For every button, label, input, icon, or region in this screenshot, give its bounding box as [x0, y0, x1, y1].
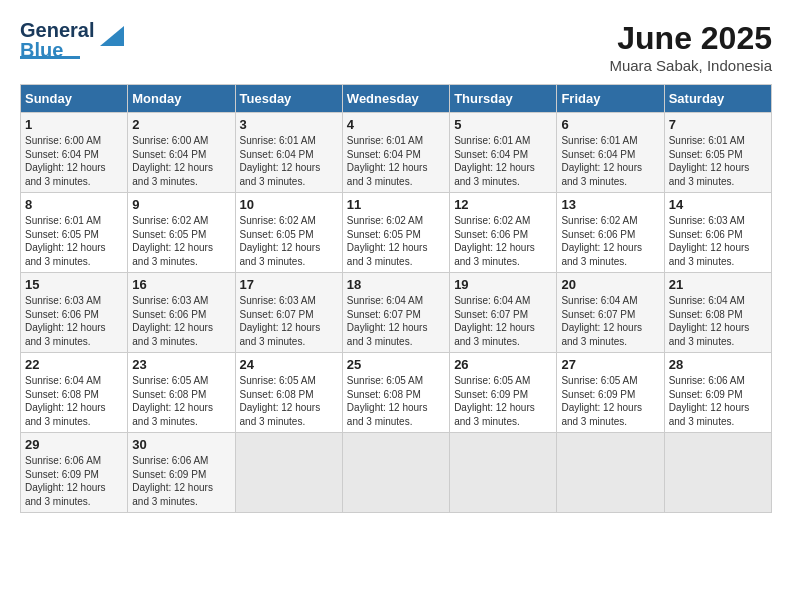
- day-number: 24: [240, 357, 338, 372]
- day-info: Sunrise: 6:01 AM Sunset: 6:04 PM Dayligh…: [240, 134, 338, 188]
- calendar-week-3: 15 Sunrise: 6:03 AM Sunset: 6:06 PM Dayl…: [21, 273, 772, 353]
- day-number: 17: [240, 277, 338, 292]
- day-info: Sunrise: 6:01 AM Sunset: 6:05 PM Dayligh…: [669, 134, 767, 188]
- day-number: 8: [25, 197, 123, 212]
- day-number: 19: [454, 277, 552, 292]
- calendar-cell: 8 Sunrise: 6:01 AM Sunset: 6:05 PM Dayli…: [21, 193, 128, 273]
- col-header-friday: Friday: [557, 85, 664, 113]
- day-number: 25: [347, 357, 445, 372]
- header: General Blue June 2025 Muara Sabak, Indo…: [20, 20, 772, 74]
- logo: General Blue: [20, 20, 124, 59]
- calendar-cell: 3 Sunrise: 6:01 AM Sunset: 6:04 PM Dayli…: [235, 113, 342, 193]
- page-subtitle: Muara Sabak, Indonesia: [609, 57, 772, 74]
- svg-marker-0: [100, 26, 124, 46]
- calendar-cell: 28 Sunrise: 6:06 AM Sunset: 6:09 PM Dayl…: [664, 353, 771, 433]
- calendar-cell: 5 Sunrise: 6:01 AM Sunset: 6:04 PM Dayli…: [450, 113, 557, 193]
- calendar-table: SundayMondayTuesdayWednesdayThursdayFrid…: [20, 84, 772, 513]
- day-info: Sunrise: 6:03 AM Sunset: 6:06 PM Dayligh…: [132, 294, 230, 348]
- day-info: Sunrise: 6:05 AM Sunset: 6:08 PM Dayligh…: [132, 374, 230, 428]
- calendar-cell: 4 Sunrise: 6:01 AM Sunset: 6:04 PM Dayli…: [342, 113, 449, 193]
- day-info: Sunrise: 6:01 AM Sunset: 6:04 PM Dayligh…: [347, 134, 445, 188]
- calendar-cell: 6 Sunrise: 6:01 AM Sunset: 6:04 PM Dayli…: [557, 113, 664, 193]
- day-info: Sunrise: 6:02 AM Sunset: 6:06 PM Dayligh…: [561, 214, 659, 268]
- calendar-cell: 1 Sunrise: 6:00 AM Sunset: 6:04 PM Dayli…: [21, 113, 128, 193]
- day-number: 13: [561, 197, 659, 212]
- col-header-sunday: Sunday: [21, 85, 128, 113]
- calendar-cell: 25 Sunrise: 6:05 AM Sunset: 6:08 PM Dayl…: [342, 353, 449, 433]
- day-info: Sunrise: 6:04 AM Sunset: 6:07 PM Dayligh…: [561, 294, 659, 348]
- calendar-cell: 24 Sunrise: 6:05 AM Sunset: 6:08 PM Dayl…: [235, 353, 342, 433]
- day-info: Sunrise: 6:05 AM Sunset: 6:08 PM Dayligh…: [347, 374, 445, 428]
- calendar-cell: [557, 433, 664, 513]
- day-info: Sunrise: 6:05 AM Sunset: 6:09 PM Dayligh…: [561, 374, 659, 428]
- calendar-cell: [664, 433, 771, 513]
- day-number: 6: [561, 117, 659, 132]
- logo-icon: [96, 22, 124, 50]
- day-info: Sunrise: 6:02 AM Sunset: 6:05 PM Dayligh…: [132, 214, 230, 268]
- calendar-cell: 13 Sunrise: 6:02 AM Sunset: 6:06 PM Dayl…: [557, 193, 664, 273]
- calendar-cell: 30 Sunrise: 6:06 AM Sunset: 6:09 PM Dayl…: [128, 433, 235, 513]
- calendar-cell: 2 Sunrise: 6:00 AM Sunset: 6:04 PM Dayli…: [128, 113, 235, 193]
- day-number: 23: [132, 357, 230, 372]
- day-info: Sunrise: 6:04 AM Sunset: 6:07 PM Dayligh…: [454, 294, 552, 348]
- calendar-cell: 27 Sunrise: 6:05 AM Sunset: 6:09 PM Dayl…: [557, 353, 664, 433]
- day-info: Sunrise: 6:03 AM Sunset: 6:06 PM Dayligh…: [669, 214, 767, 268]
- calendar-week-5: 29 Sunrise: 6:06 AM Sunset: 6:09 PM Dayl…: [21, 433, 772, 513]
- day-info: Sunrise: 6:03 AM Sunset: 6:07 PM Dayligh…: [240, 294, 338, 348]
- calendar-cell: 21 Sunrise: 6:04 AM Sunset: 6:08 PM Dayl…: [664, 273, 771, 353]
- day-info: Sunrise: 6:05 AM Sunset: 6:08 PM Dayligh…: [240, 374, 338, 428]
- calendar-cell: 19 Sunrise: 6:04 AM Sunset: 6:07 PM Dayl…: [450, 273, 557, 353]
- day-number: 30: [132, 437, 230, 452]
- day-number: 27: [561, 357, 659, 372]
- calendar-cell: 7 Sunrise: 6:01 AM Sunset: 6:05 PM Dayli…: [664, 113, 771, 193]
- day-number: 2: [132, 117, 230, 132]
- col-header-saturday: Saturday: [664, 85, 771, 113]
- day-number: 28: [669, 357, 767, 372]
- day-info: Sunrise: 6:04 AM Sunset: 6:08 PM Dayligh…: [25, 374, 123, 428]
- logo-general: General: [20, 19, 94, 41]
- day-number: 26: [454, 357, 552, 372]
- day-info: Sunrise: 6:04 AM Sunset: 6:07 PM Dayligh…: [347, 294, 445, 348]
- day-info: Sunrise: 6:01 AM Sunset: 6:04 PM Dayligh…: [561, 134, 659, 188]
- calendar-week-1: 1 Sunrise: 6:00 AM Sunset: 6:04 PM Dayli…: [21, 113, 772, 193]
- day-info: Sunrise: 6:02 AM Sunset: 6:05 PM Dayligh…: [347, 214, 445, 268]
- calendar-week-2: 8 Sunrise: 6:01 AM Sunset: 6:05 PM Dayli…: [21, 193, 772, 273]
- calendar-cell: 18 Sunrise: 6:04 AM Sunset: 6:07 PM Dayl…: [342, 273, 449, 353]
- calendar-cell: [342, 433, 449, 513]
- calendar-week-4: 22 Sunrise: 6:04 AM Sunset: 6:08 PM Dayl…: [21, 353, 772, 433]
- col-header-thursday: Thursday: [450, 85, 557, 113]
- day-info: Sunrise: 6:01 AM Sunset: 6:04 PM Dayligh…: [454, 134, 552, 188]
- day-number: 11: [347, 197, 445, 212]
- day-number: 20: [561, 277, 659, 292]
- day-number: 12: [454, 197, 552, 212]
- title-area: June 2025 Muara Sabak, Indonesia: [609, 20, 772, 74]
- calendar-body: 1 Sunrise: 6:00 AM Sunset: 6:04 PM Dayli…: [21, 113, 772, 513]
- calendar-cell: 22 Sunrise: 6:04 AM Sunset: 6:08 PM Dayl…: [21, 353, 128, 433]
- calendar-cell: 12 Sunrise: 6:02 AM Sunset: 6:06 PM Dayl…: [450, 193, 557, 273]
- day-number: 21: [669, 277, 767, 292]
- calendar-cell: 20 Sunrise: 6:04 AM Sunset: 6:07 PM Dayl…: [557, 273, 664, 353]
- day-number: 22: [25, 357, 123, 372]
- calendar-cell: 10 Sunrise: 6:02 AM Sunset: 6:05 PM Dayl…: [235, 193, 342, 273]
- col-header-tuesday: Tuesday: [235, 85, 342, 113]
- day-info: Sunrise: 6:04 AM Sunset: 6:08 PM Dayligh…: [669, 294, 767, 348]
- day-info: Sunrise: 6:02 AM Sunset: 6:05 PM Dayligh…: [240, 214, 338, 268]
- calendar-cell: 16 Sunrise: 6:03 AM Sunset: 6:06 PM Dayl…: [128, 273, 235, 353]
- day-info: Sunrise: 6:06 AM Sunset: 6:09 PM Dayligh…: [25, 454, 123, 508]
- day-info: Sunrise: 6:00 AM Sunset: 6:04 PM Dayligh…: [132, 134, 230, 188]
- calendar-cell: 15 Sunrise: 6:03 AM Sunset: 6:06 PM Dayl…: [21, 273, 128, 353]
- day-info: Sunrise: 6:05 AM Sunset: 6:09 PM Dayligh…: [454, 374, 552, 428]
- day-info: Sunrise: 6:06 AM Sunset: 6:09 PM Dayligh…: [669, 374, 767, 428]
- calendar-cell: 23 Sunrise: 6:05 AM Sunset: 6:08 PM Dayl…: [128, 353, 235, 433]
- page-title: June 2025: [609, 20, 772, 57]
- calendar-header-row: SundayMondayTuesdayWednesdayThursdayFrid…: [21, 85, 772, 113]
- day-info: Sunrise: 6:02 AM Sunset: 6:06 PM Dayligh…: [454, 214, 552, 268]
- col-header-wednesday: Wednesday: [342, 85, 449, 113]
- logo-underline: [20, 56, 80, 59]
- day-number: 5: [454, 117, 552, 132]
- day-number: 10: [240, 197, 338, 212]
- day-number: 3: [240, 117, 338, 132]
- day-number: 29: [25, 437, 123, 452]
- calendar-cell: 9 Sunrise: 6:02 AM Sunset: 6:05 PM Dayli…: [128, 193, 235, 273]
- day-number: 1: [25, 117, 123, 132]
